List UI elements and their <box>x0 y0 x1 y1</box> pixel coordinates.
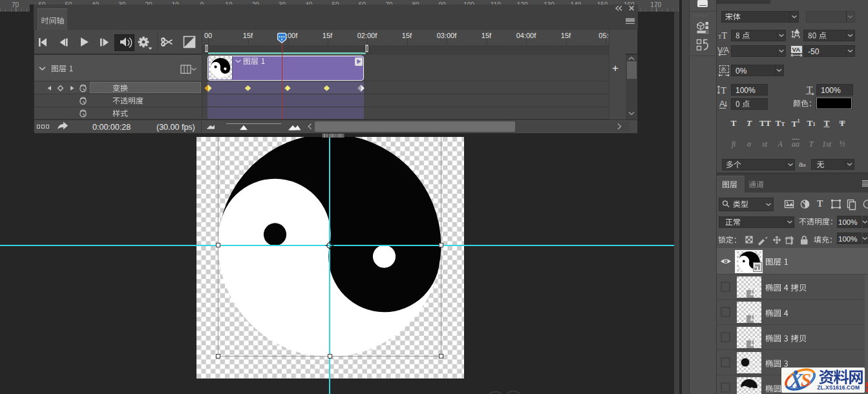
svg-text:ZL.XS1616.COM: ZL.XS1616.COM <box>817 384 860 391</box>
svg-text:S: S <box>801 369 811 390</box>
